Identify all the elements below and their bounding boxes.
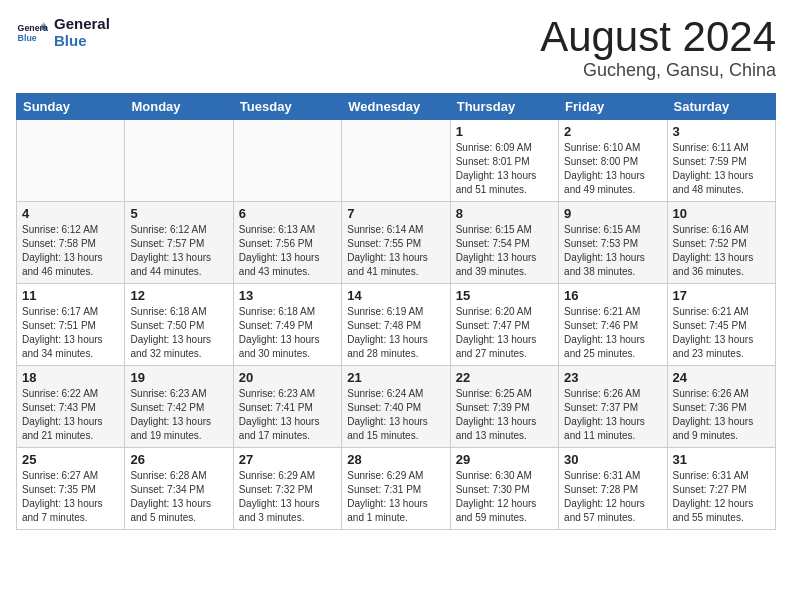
calendar-cell: 5Sunrise: 6:12 AMSunset: 7:57 PMDaylight… [125,202,233,284]
day-info: Sunrise: 6:17 AMSunset: 7:51 PMDaylight:… [22,305,119,361]
calendar-cell: 18Sunrise: 6:22 AMSunset: 7:43 PMDayligh… [17,366,125,448]
calendar-week-2: 4Sunrise: 6:12 AMSunset: 7:58 PMDaylight… [17,202,776,284]
day-info: Sunrise: 6:15 AMSunset: 7:54 PMDaylight:… [456,223,553,279]
day-info: Sunrise: 6:26 AMSunset: 7:37 PMDaylight:… [564,387,661,443]
calendar-cell: 26Sunrise: 6:28 AMSunset: 7:34 PMDayligh… [125,448,233,530]
day-info: Sunrise: 6:12 AMSunset: 7:58 PMDaylight:… [22,223,119,279]
calendar-cell: 23Sunrise: 6:26 AMSunset: 7:37 PMDayligh… [559,366,667,448]
day-number: 18 [22,370,119,385]
day-info: Sunrise: 6:31 AMSunset: 7:28 PMDaylight:… [564,469,661,525]
calendar-cell [233,120,341,202]
calendar-cell: 20Sunrise: 6:23 AMSunset: 7:41 PMDayligh… [233,366,341,448]
day-info: Sunrise: 6:21 AMSunset: 7:46 PMDaylight:… [564,305,661,361]
logo-blue: Blue [54,33,110,50]
calendar-cell: 29Sunrise: 6:30 AMSunset: 7:30 PMDayligh… [450,448,558,530]
day-number: 12 [130,288,227,303]
calendar-cell: 3Sunrise: 6:11 AMSunset: 7:59 PMDaylight… [667,120,775,202]
day-info: Sunrise: 6:11 AMSunset: 7:59 PMDaylight:… [673,141,770,197]
day-number: 6 [239,206,336,221]
header: General Blue General Blue August 2024 Gu… [16,16,776,81]
day-info: Sunrise: 6:12 AMSunset: 7:57 PMDaylight:… [130,223,227,279]
weekday-header-monday: Monday [125,94,233,120]
day-info: Sunrise: 6:27 AMSunset: 7:35 PMDaylight:… [22,469,119,525]
weekday-header-thursday: Thursday [450,94,558,120]
day-number: 14 [347,288,444,303]
day-info: Sunrise: 6:25 AMSunset: 7:39 PMDaylight:… [456,387,553,443]
calendar-cell: 31Sunrise: 6:31 AMSunset: 7:27 PMDayligh… [667,448,775,530]
weekday-header-wednesday: Wednesday [342,94,450,120]
day-number: 25 [22,452,119,467]
day-number: 5 [130,206,227,221]
day-number: 20 [239,370,336,385]
calendar-cell: 15Sunrise: 6:20 AMSunset: 7:47 PMDayligh… [450,284,558,366]
day-number: 10 [673,206,770,221]
calendar-cell [342,120,450,202]
calendar-cell: 21Sunrise: 6:24 AMSunset: 7:40 PMDayligh… [342,366,450,448]
day-number: 21 [347,370,444,385]
calendar-cell: 22Sunrise: 6:25 AMSunset: 7:39 PMDayligh… [450,366,558,448]
day-info: Sunrise: 6:21 AMSunset: 7:45 PMDaylight:… [673,305,770,361]
location-title: Gucheng, Gansu, China [540,60,776,81]
calendar-cell: 12Sunrise: 6:18 AMSunset: 7:50 PMDayligh… [125,284,233,366]
day-info: Sunrise: 6:24 AMSunset: 7:40 PMDaylight:… [347,387,444,443]
day-info: Sunrise: 6:26 AMSunset: 7:36 PMDaylight:… [673,387,770,443]
day-number: 9 [564,206,661,221]
day-number: 11 [22,288,119,303]
day-number: 17 [673,288,770,303]
day-number: 24 [673,370,770,385]
svg-text:Blue: Blue [18,33,37,43]
day-number: 4 [22,206,119,221]
day-info: Sunrise: 6:13 AMSunset: 7:56 PMDaylight:… [239,223,336,279]
day-number: 30 [564,452,661,467]
day-info: Sunrise: 6:18 AMSunset: 7:49 PMDaylight:… [239,305,336,361]
month-title: August 2024 [540,16,776,58]
day-number: 28 [347,452,444,467]
calendar-cell: 2Sunrise: 6:10 AMSunset: 8:00 PMDaylight… [559,120,667,202]
calendar-cell: 8Sunrise: 6:15 AMSunset: 7:54 PMDaylight… [450,202,558,284]
logo: General Blue General Blue [16,16,110,49]
day-info: Sunrise: 6:31 AMSunset: 7:27 PMDaylight:… [673,469,770,525]
day-info: Sunrise: 6:10 AMSunset: 8:00 PMDaylight:… [564,141,661,197]
calendar-cell: 17Sunrise: 6:21 AMSunset: 7:45 PMDayligh… [667,284,775,366]
weekday-header-saturday: Saturday [667,94,775,120]
calendar-cell: 9Sunrise: 6:15 AMSunset: 7:53 PMDaylight… [559,202,667,284]
day-number: 27 [239,452,336,467]
day-info: Sunrise: 6:28 AMSunset: 7:34 PMDaylight:… [130,469,227,525]
calendar-cell [125,120,233,202]
day-info: Sunrise: 6:22 AMSunset: 7:43 PMDaylight:… [22,387,119,443]
day-info: Sunrise: 6:20 AMSunset: 7:47 PMDaylight:… [456,305,553,361]
day-number: 8 [456,206,553,221]
calendar-week-4: 18Sunrise: 6:22 AMSunset: 7:43 PMDayligh… [17,366,776,448]
weekday-header-friday: Friday [559,94,667,120]
calendar-week-1: 1Sunrise: 6:09 AMSunset: 8:01 PMDaylight… [17,120,776,202]
calendar-cell: 10Sunrise: 6:16 AMSunset: 7:52 PMDayligh… [667,202,775,284]
day-number: 23 [564,370,661,385]
calendar-week-5: 25Sunrise: 6:27 AMSunset: 7:35 PMDayligh… [17,448,776,530]
day-number: 15 [456,288,553,303]
calendar-cell: 13Sunrise: 6:18 AMSunset: 7:49 PMDayligh… [233,284,341,366]
day-info: Sunrise: 6:16 AMSunset: 7:52 PMDaylight:… [673,223,770,279]
day-number: 29 [456,452,553,467]
calendar-week-3: 11Sunrise: 6:17 AMSunset: 7:51 PMDayligh… [17,284,776,366]
day-number: 2 [564,124,661,139]
day-info: Sunrise: 6:09 AMSunset: 8:01 PMDaylight:… [456,141,553,197]
day-info: Sunrise: 6:29 AMSunset: 7:32 PMDaylight:… [239,469,336,525]
day-number: 31 [673,452,770,467]
calendar-cell: 28Sunrise: 6:29 AMSunset: 7:31 PMDayligh… [342,448,450,530]
day-info: Sunrise: 6:15 AMSunset: 7:53 PMDaylight:… [564,223,661,279]
day-info: Sunrise: 6:23 AMSunset: 7:41 PMDaylight:… [239,387,336,443]
calendar-cell: 25Sunrise: 6:27 AMSunset: 7:35 PMDayligh… [17,448,125,530]
calendar-cell: 4Sunrise: 6:12 AMSunset: 7:58 PMDaylight… [17,202,125,284]
day-number: 3 [673,124,770,139]
calendar-cell: 14Sunrise: 6:19 AMSunset: 7:48 PMDayligh… [342,284,450,366]
day-info: Sunrise: 6:29 AMSunset: 7:31 PMDaylight:… [347,469,444,525]
weekday-header-tuesday: Tuesday [233,94,341,120]
day-info: Sunrise: 6:23 AMSunset: 7:42 PMDaylight:… [130,387,227,443]
day-number: 7 [347,206,444,221]
day-info: Sunrise: 6:18 AMSunset: 7:50 PMDaylight:… [130,305,227,361]
logo-general: General [54,16,110,33]
day-number: 13 [239,288,336,303]
calendar-cell: 7Sunrise: 6:14 AMSunset: 7:55 PMDaylight… [342,202,450,284]
day-number: 19 [130,370,227,385]
day-number: 16 [564,288,661,303]
